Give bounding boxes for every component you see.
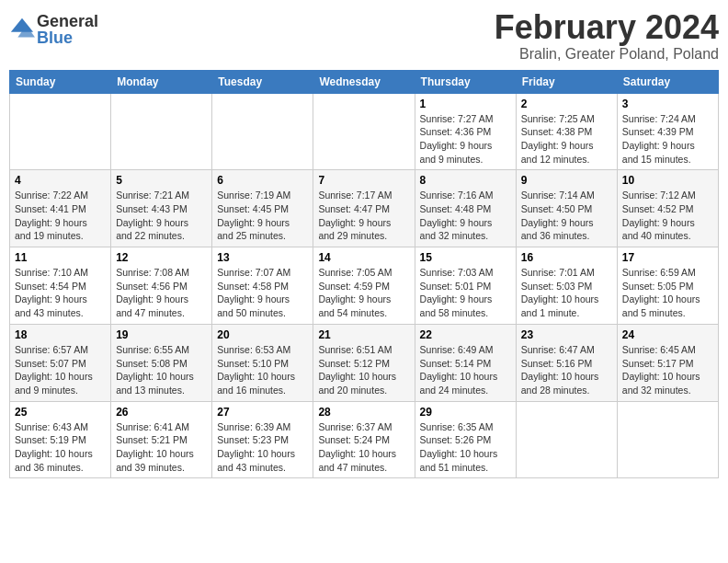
day-cell: 1Sunrise: 7:27 AM Sunset: 4:36 PM Daylig… (415, 93, 516, 170)
logo: General Blue (9, 13, 98, 46)
day-number: 22 (420, 328, 511, 341)
day-number: 12 (116, 251, 207, 264)
day-number: 11 (15, 251, 106, 264)
logo-icon (9, 17, 35, 42)
weekday-header: Friday (516, 70, 617, 93)
day-info: Sunrise: 7:25 AM Sunset: 4:38 PM Dayligh… (521, 112, 612, 167)
day-cell: 13Sunrise: 7:07 AM Sunset: 4:58 PM Dayli… (212, 247, 313, 325)
day-cell: 6Sunrise: 7:19 AM Sunset: 4:45 PM Daylig… (212, 170, 313, 247)
weekday-header: Tuesday (212, 70, 313, 93)
day-number: 25 (15, 406, 106, 419)
day-cell (111, 93, 212, 170)
day-number: 21 (318, 328, 409, 341)
day-info: Sunrise: 6:55 AM Sunset: 5:08 PM Dayligh… (116, 343, 207, 397)
day-info: Sunrise: 6:57 AM Sunset: 5:07 PM Dayligh… (15, 343, 106, 397)
day-number: 7 (318, 174, 409, 187)
day-cell: 25Sunrise: 6:43 AM Sunset: 5:19 PM Dayli… (10, 401, 111, 478)
day-cell: 22Sunrise: 6:49 AM Sunset: 5:14 PM Dayli… (415, 324, 516, 401)
day-info: Sunrise: 7:07 AM Sunset: 4:58 PM Dayligh… (217, 266, 308, 320)
day-cell: 9Sunrise: 7:14 AM Sunset: 4:50 PM Daylig… (516, 170, 617, 247)
week-row: 1Sunrise: 7:27 AM Sunset: 4:36 PM Daylig… (10, 93, 719, 170)
day-number: 28 (318, 406, 409, 419)
day-info: Sunrise: 6:41 AM Sunset: 5:21 PM Dayligh… (116, 420, 207, 475)
day-number: 27 (217, 406, 308, 419)
day-cell: 2Sunrise: 7:25 AM Sunset: 4:38 PM Daylig… (516, 93, 617, 170)
day-info: Sunrise: 6:45 AM Sunset: 5:17 PM Dayligh… (622, 343, 713, 397)
weekday-header: Monday (111, 70, 212, 93)
day-info: Sunrise: 7:01 AM Sunset: 5:03 PM Dayligh… (521, 266, 612, 320)
day-cell (516, 401, 617, 478)
day-number: 5 (116, 174, 207, 187)
week-row: 11Sunrise: 7:10 AM Sunset: 4:54 PM Dayli… (10, 247, 719, 325)
day-number: 16 (521, 251, 612, 264)
day-number: 29 (420, 406, 511, 419)
day-number: 10 (622, 174, 713, 187)
day-info: Sunrise: 7:16 AM Sunset: 4:48 PM Dayligh… (420, 189, 511, 243)
day-cell: 17Sunrise: 6:59 AM Sunset: 5:05 PM Dayli… (617, 247, 718, 325)
day-info: Sunrise: 7:10 AM Sunset: 4:54 PM Dayligh… (15, 266, 106, 320)
day-number: 18 (15, 328, 106, 341)
calendar: SundayMondayTuesdayWednesdayThursdayFrid… (9, 70, 719, 479)
day-cell: 16Sunrise: 7:01 AM Sunset: 5:03 PM Dayli… (516, 247, 617, 325)
title-area: February 2024 Bralin, Greater Poland, Po… (495, 9, 719, 63)
day-number: 23 (521, 328, 612, 341)
day-number: 3 (622, 98, 713, 110)
day-number: 20 (217, 328, 308, 341)
day-info: Sunrise: 7:08 AM Sunset: 4:56 PM Dayligh… (116, 266, 207, 320)
day-number: 1 (420, 98, 511, 110)
day-cell: 4Sunrise: 7:22 AM Sunset: 4:41 PM Daylig… (10, 170, 111, 247)
day-cell: 8Sunrise: 7:16 AM Sunset: 4:48 PM Daylig… (415, 170, 516, 247)
day-info: Sunrise: 6:35 AM Sunset: 5:26 PM Dayligh… (420, 420, 511, 475)
day-info: Sunrise: 7:22 AM Sunset: 4:41 PM Dayligh… (15, 189, 106, 243)
day-number: 14 (318, 251, 409, 264)
day-cell: 20Sunrise: 6:53 AM Sunset: 5:10 PM Dayli… (212, 324, 313, 401)
day-cell (617, 401, 718, 478)
day-number: 17 (622, 251, 713, 264)
day-cell: 11Sunrise: 7:10 AM Sunset: 4:54 PM Dayli… (10, 247, 111, 325)
day-info: Sunrise: 6:47 AM Sunset: 5:16 PM Dayligh… (521, 343, 612, 397)
day-cell: 15Sunrise: 7:03 AM Sunset: 5:01 PM Dayli… (415, 247, 516, 325)
day-cell: 26Sunrise: 6:41 AM Sunset: 5:21 PM Dayli… (111, 401, 212, 478)
logo-blue: Blue (37, 29, 98, 46)
day-number: 8 (420, 174, 511, 187)
day-info: Sunrise: 7:24 AM Sunset: 4:39 PM Dayligh… (622, 112, 713, 167)
day-info: Sunrise: 6:53 AM Sunset: 5:10 PM Dayligh… (217, 343, 308, 397)
day-number: 9 (521, 174, 612, 187)
day-info: Sunrise: 7:27 AM Sunset: 4:36 PM Dayligh… (420, 112, 511, 167)
day-cell: 18Sunrise: 6:57 AM Sunset: 5:07 PM Dayli… (10, 324, 111, 401)
day-cell: 3Sunrise: 7:24 AM Sunset: 4:39 PM Daylig… (617, 93, 718, 170)
day-cell: 19Sunrise: 6:55 AM Sunset: 5:08 PM Dayli… (111, 324, 212, 401)
location-subtitle: Bralin, Greater Poland, Poland (495, 46, 719, 63)
day-cell: 21Sunrise: 6:51 AM Sunset: 5:12 PM Dayli… (313, 324, 415, 401)
day-info: Sunrise: 6:43 AM Sunset: 5:19 PM Dayligh… (15, 420, 106, 475)
weekday-header-row: SundayMondayTuesdayWednesdayThursdayFrid… (10, 70, 719, 93)
day-cell: 23Sunrise: 6:47 AM Sunset: 5:16 PM Dayli… (516, 324, 617, 401)
day-info: Sunrise: 6:51 AM Sunset: 5:12 PM Dayligh… (318, 343, 409, 397)
day-number: 2 (521, 98, 612, 110)
day-number: 15 (420, 251, 511, 264)
week-row: 4Sunrise: 7:22 AM Sunset: 4:41 PM Daylig… (10, 170, 719, 247)
day-cell: 7Sunrise: 7:17 AM Sunset: 4:47 PM Daylig… (313, 170, 415, 247)
day-cell: 5Sunrise: 7:21 AM Sunset: 4:43 PM Daylig… (111, 170, 212, 247)
day-cell: 29Sunrise: 6:35 AM Sunset: 5:26 PM Dayli… (415, 401, 516, 478)
day-info: Sunrise: 7:03 AM Sunset: 5:01 PM Dayligh… (420, 266, 511, 320)
weekday-header: Saturday (617, 70, 718, 93)
day-cell: 24Sunrise: 6:45 AM Sunset: 5:17 PM Dayli… (617, 324, 718, 401)
day-info: Sunrise: 7:05 AM Sunset: 4:59 PM Dayligh… (318, 266, 409, 320)
day-number: 26 (116, 406, 207, 419)
day-info: Sunrise: 7:21 AM Sunset: 4:43 PM Dayligh… (116, 189, 207, 243)
day-cell: 14Sunrise: 7:05 AM Sunset: 4:59 PM Dayli… (313, 247, 415, 325)
weekday-header: Sunday (10, 70, 111, 93)
day-info: Sunrise: 6:59 AM Sunset: 5:05 PM Dayligh… (622, 266, 713, 320)
day-info: Sunrise: 7:14 AM Sunset: 4:50 PM Dayligh… (521, 189, 612, 243)
day-info: Sunrise: 7:17 AM Sunset: 4:47 PM Dayligh… (318, 189, 409, 243)
weekday-header: Wednesday (313, 70, 415, 93)
day-info: Sunrise: 6:49 AM Sunset: 5:14 PM Dayligh… (420, 343, 511, 397)
day-number: 4 (15, 174, 106, 187)
day-cell: 28Sunrise: 6:37 AM Sunset: 5:24 PM Dayli… (313, 401, 415, 478)
day-number: 24 (622, 328, 713, 341)
day-cell (10, 93, 111, 170)
logo-general: General (37, 13, 98, 29)
weekday-header: Thursday (415, 70, 516, 93)
logo-text: General Blue (37, 13, 98, 46)
